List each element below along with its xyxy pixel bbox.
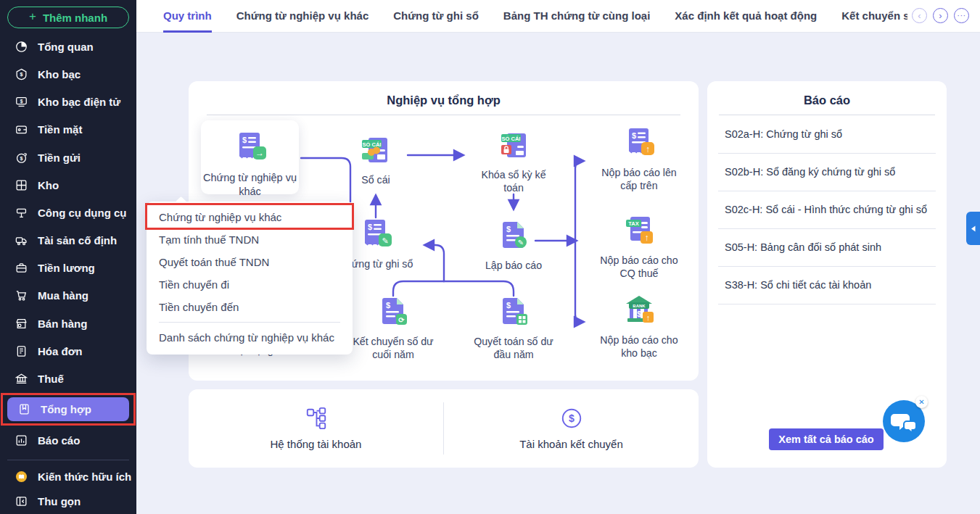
- quick-add-button[interactable]: + Thêm nhanh: [7, 7, 129, 28]
- cash-icon: [14, 123, 28, 136]
- e-treasury-icon: $: [14, 95, 28, 109]
- sidebar-item-tien-luong[interactable]: Tiền lương: [0, 254, 136, 282]
- chat-close-icon[interactable]: ✕: [915, 396, 928, 408]
- sidebar-item-kho[interactable]: Kho: [0, 171, 136, 199]
- sidebar-item-cong-cu-dung-cu[interactable]: Công cụ dụng cụ: [0, 199, 136, 226]
- purchase-icon: [14, 289, 28, 302]
- tab-ket-chuyen[interactable]: Kết chuyển s: [841, 0, 909, 33]
- node-ket-chuyen-so-du[interactable]: $ ⟳ Kết chuyển số dư cuối năm: [350, 294, 436, 362]
- reports-list: S02a-H: Chứng từ ghi sổ S02b-H: Sổ đăng …: [707, 116, 947, 304]
- node-nop-kho-bac[interactable]: BANK $ ↑ Nộp báo cáo cho kho bạc: [596, 292, 682, 360]
- node-label: Khóa sổ kỳ kế toán: [471, 168, 556, 195]
- svg-text:$: $: [637, 310, 641, 318]
- collapse-icon: [14, 494, 28, 508]
- menu-item-tam-tinh-thue[interactable]: Tạm tính thuế TNDN: [147, 228, 353, 251]
- receipt-upload-icon: $ ↑: [620, 125, 658, 162]
- chat-widget[interactable]: ✕: [882, 399, 926, 443]
- svg-text:↑: ↑: [645, 233, 649, 243]
- svg-text:$: $: [242, 136, 246, 144]
- sidebar-item-tong-quan[interactable]: Tổng quan: [0, 33, 136, 60]
- sidebar-item-tai-san-co-dinh[interactable]: Tài sản cố định: [0, 226, 136, 254]
- bottom-panel: Hệ thống tài khoản $ Tài khoản kết chuyể…: [189, 389, 699, 468]
- ledger-lock-icon: SỔ CÁI: [495, 127, 532, 165]
- node-nop-cq-thue[interactable]: TAX ↑ Nộp báo cáo cho CQ thuế: [596, 212, 682, 281]
- tab-quy-trinh[interactable]: Quy trình: [163, 0, 212, 33]
- svg-text:$: $: [20, 72, 22, 78]
- node-chung-tu-nghiep-vu-khac[interactable]: $ → Chứng từ nghiệp vụ khác: [201, 120, 299, 194]
- sidebar-item-tien-gui[interactable]: $ Tiền gửi: [0, 144, 136, 171]
- sidebar-item-thue[interactable]: Thuế: [0, 365, 136, 392]
- node-label: Chứng từ nghiệp vụ khác: [201, 171, 299, 199]
- report-item-s02b[interactable]: S02b-H: Sổ đăng ký chứng từ ghi sổ: [718, 154, 936, 191]
- sidebar-item-hoa-don[interactable]: Hóa đơn: [0, 337, 136, 365]
- panel-expand-tab[interactable]: [966, 212, 980, 245]
- chevron-left-icon: [971, 225, 976, 232]
- svg-text:BANK: BANK: [633, 304, 646, 308]
- svg-text:$: $: [632, 131, 636, 140]
- document-refresh-icon: $ ⟳: [374, 294, 412, 331]
- dropdown-divider: [159, 322, 340, 323]
- view-all-reports-button[interactable]: Xem tất cả báo cáo: [769, 428, 884, 450]
- tabs-more-icon[interactable]: ···: [954, 8, 969, 23]
- svg-text:SỔ CÁI: SỔ CÁI: [502, 136, 521, 142]
- node-khoa-so[interactable]: SỔ CÁI Khóa sổ kỳ kế toán: [471, 127, 556, 195]
- tab-xac-dinh-ket-qua[interactable]: Xác định kết quả hoạt động: [675, 0, 817, 33]
- sidebar-item-kien-thuc[interactable]: Kiến thức hữu ích: [0, 465, 136, 489]
- sidebar-item-mua-hang[interactable]: Mua hàng: [0, 282, 136, 310]
- warehouse-icon: [14, 178, 28, 192]
- document-calc-icon: $: [495, 294, 532, 331]
- transfer-account-link[interactable]: $ Tài khoản kết chuyển: [444, 389, 699, 468]
- node-nop-cap-tren[interactable]: $ ↑ Nộp báo cáo lên cấp trên: [596, 125, 682, 193]
- tabs-prev-icon[interactable]: ‹: [912, 8, 927, 23]
- node-lap-bao-cao[interactable]: $ ✎ Lập báo cáo: [471, 217, 556, 272]
- treasury-icon: $: [14, 67, 28, 81]
- menu-item-quyet-toan-thue[interactable]: Quyết toán thuế TNDN: [147, 251, 353, 273]
- svg-text:$: $: [20, 156, 22, 162]
- tax-icon: [14, 372, 28, 386]
- menu-item-tien-chuyen-den[interactable]: Tiền chuyển đến: [147, 296, 353, 318]
- report-item-s38[interactable]: S38-H: Sổ chi tiết các tài khoản: [718, 267, 936, 304]
- deposit-icon: $: [14, 151, 28, 165]
- tax-upload-icon: TAX ↑: [620, 212, 658, 250]
- app-window: + Thêm nhanh Tổng quan $ Kho bạc $ Kho b…: [0, 0, 980, 514]
- report-item-s02c[interactable]: S02c-H: Sổ cái - Hình thức chứng từ ghi …: [718, 191, 936, 229]
- menu-item-tien-chuyen-di[interactable]: Tiền chuyển đi: [147, 273, 353, 296]
- sidebar-item-bao-cao[interactable]: Báo cáo: [0, 426, 136, 454]
- node-label: Lập báo cáo: [471, 259, 556, 272]
- sidebar-item-ban-hang[interactable]: Bán hàng: [0, 310, 136, 337]
- sidebar-item-kho-bac-dien-tu[interactable]: $ Kho bạc điện tử: [0, 88, 136, 116]
- node-label: Nộp báo cáo cho CQ thuế: [596, 254, 682, 281]
- sidebar-item-tien-mat[interactable]: Tiền mặt: [0, 116, 136, 144]
- tabs-next-icon[interactable]: ›: [933, 8, 948, 23]
- tools-icon: [14, 206, 28, 220]
- node-label: Quyết toán số dư đầu năm: [471, 335, 556, 362]
- svg-text:$: $: [506, 225, 511, 233]
- report-item-s05[interactable]: S05-H: Bảng cân đối số phát sinh: [718, 229, 936, 267]
- tab-bang-th-chung-tu[interactable]: Bảng TH chứng từ cùng loại: [503, 0, 651, 33]
- sidebar-divider: [7, 460, 129, 460]
- sidebar-item-tong-hop[interactable]: Tổng hợp: [7, 397, 129, 421]
- tab-chung-tu-nghiep-vu-khac[interactable]: Chứng từ nghiệp vụ khác: [236, 0, 369, 33]
- dollar-circle-icon: $: [560, 407, 583, 430]
- salary-icon: [14, 261, 28, 275]
- menu-item-danh-sach[interactable]: Danh sách chứng từ nghiệp vụ khác: [147, 326, 353, 349]
- reports-title-divider: [719, 115, 935, 115]
- quick-add-label: Thêm nhanh: [43, 12, 107, 24]
- report-item-s02a[interactable]: S02a-H: Chứng từ ghi sổ: [718, 116, 936, 154]
- sidebar-item-kho-bac[interactable]: $ Kho bạc: [0, 61, 136, 88]
- svg-text:$: $: [569, 413, 575, 424]
- sales-icon: [14, 317, 28, 331]
- node-so-cai[interactable]: SỔ CÁI Sổ cái: [333, 132, 419, 186]
- svg-text:↑: ↑: [646, 313, 651, 322]
- plus-icon: +: [29, 9, 36, 24]
- ledger-icon: SỔ CÁI: [357, 132, 395, 170]
- menu-item-chung-tu-nghiep-vu-khac[interactable]: Chứng từ nghiệp vụ khác: [147, 206, 353, 228]
- tab-chung-tu-ghi-so[interactable]: Chứng từ ghi sổ: [393, 0, 479, 33]
- svg-text:SỔ CÁI: SỔ CÁI: [363, 141, 382, 148]
- overview-icon: [14, 40, 28, 54]
- reports-title: Báo cáo: [707, 81, 947, 107]
- account-system-label: Hệ thống tài khoản: [271, 438, 362, 450]
- sidebar-item-thu-gon[interactable]: Thu gọn: [0, 489, 136, 514]
- node-quyet-toan-so-du[interactable]: $ Quyết toán số dư đầu năm: [471, 294, 556, 362]
- account-system-link[interactable]: Hệ thống tài khoản: [189, 389, 443, 468]
